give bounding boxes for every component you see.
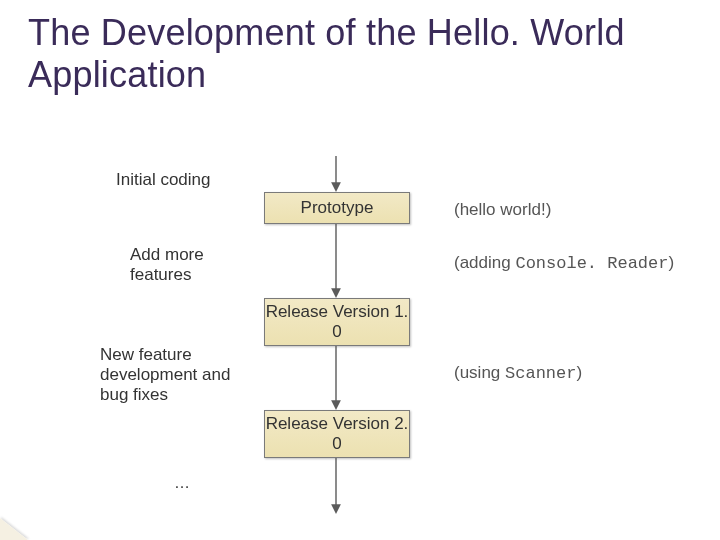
page-title: The Development of the Hello. World Appl…	[28, 12, 720, 97]
page-corner-fold-icon	[0, 518, 28, 540]
label-ellipsis: …	[174, 474, 190, 492]
label-initial-coding: Initial coding	[116, 170, 211, 190]
label-add-more-features: Add more features	[130, 245, 230, 285]
annotation-using-scanner: (using Scanner)	[454, 363, 582, 383]
box-prototype: Prototype	[264, 192, 410, 224]
box-release-1: Release Version 1. 0	[264, 298, 410, 346]
label-new-feature-dev: New feature development and bug fixes	[100, 345, 240, 405]
annotation-adding-consolereader: (adding Console. Reader)	[454, 253, 674, 273]
annotation-hello-world: (hello world!)	[454, 200, 551, 220]
box-release-2: Release Version 2. 0	[264, 410, 410, 458]
